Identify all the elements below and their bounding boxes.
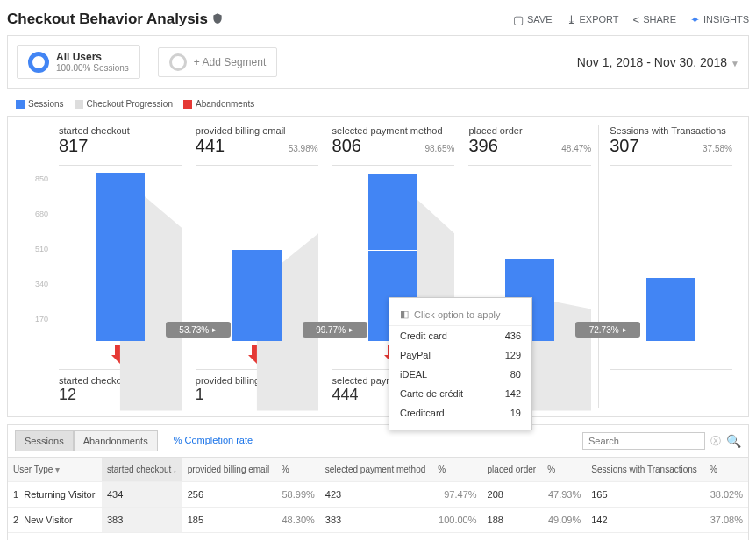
popover-option[interactable]: Credit card436 (389, 326, 531, 345)
insights-button[interactable]: ✦INSIGHTS (690, 13, 749, 26)
chevron-down-icon: ▼ (731, 59, 739, 68)
share-icon: < (633, 13, 640, 26)
col-payment[interactable]: selected payment method (320, 458, 432, 482)
share-button[interactable]: <SHARE (633, 13, 677, 26)
segment-all-users[interactable]: All Users 100.00% Sessions (17, 45, 140, 79)
col-pct[interactable]: % (276, 458, 320, 482)
svg-marker-3 (248, 345, 266, 364)
bar-chart-icon: ◧ (400, 309, 409, 320)
step-value: 817 (59, 136, 88, 156)
sort-down-icon: ↓ (173, 465, 177, 474)
insights-icon: ✦ (690, 13, 700, 26)
step-name: started checkout (59, 125, 182, 136)
col-pct[interactable]: % (432, 458, 481, 482)
col-pct[interactable]: % (704, 458, 748, 482)
clear-icon[interactable]: ⓧ (710, 434, 721, 449)
table-row[interactable]: 2 New Visitor 383 185 48.30% 383 100.00%… (8, 508, 748, 533)
popover-option[interactable]: PayPal129 (389, 345, 531, 365)
step-value: 307 (610, 136, 638, 156)
popover-option[interactable]: Creditcard19 (389, 403, 531, 423)
segment-label: All Users (56, 51, 129, 63)
step-value: 396 (468, 136, 497, 156)
add-segment-button[interactable]: + Add Segment (158, 47, 277, 77)
tab-completion-rate[interactable]: % Completion rate (165, 430, 262, 451)
save-button[interactable]: ▢SAVE (513, 13, 553, 26)
date-range-picker[interactable]: Nov 1, 2018 - Nov 30, 2018▼ (577, 55, 739, 69)
tab-sessions[interactable]: Sessions (15, 430, 74, 451)
payment-breakdown-popover: ◧Click option to apply Credit card436 Pa… (389, 297, 532, 430)
search-input[interactable] (582, 432, 705, 450)
popover-option[interactable]: Carte de crédit142 (389, 384, 531, 403)
bar-transactions[interactable] (646, 278, 695, 341)
bar-started-checkout[interactable] (96, 173, 145, 341)
col-user-type[interactable]: User Type ▾ (8, 458, 102, 482)
dropoff-value: 12 (59, 386, 76, 404)
y-axis: 850 680 510 340 170 (17, 174, 48, 350)
verified-icon (211, 12, 224, 27)
dropoff-name: provided billing email Drop... (196, 375, 318, 386)
dropoff-arrow-icon (59, 345, 182, 366)
dropoff-name: started checkout Dropoff (59, 375, 182, 386)
step-value: 441 (196, 136, 225, 156)
col-pct[interactable]: % (542, 458, 586, 482)
save-icon: ▢ (513, 13, 524, 26)
col-trans[interactable]: Sessions with Transactions (586, 458, 704, 482)
legend-sessions: Sessions (16, 99, 64, 109)
tab-abandonments[interactable]: Abandonments (74, 430, 158, 451)
col-started[interactable]: started checkout ↓ (102, 458, 182, 482)
legend-progression: Checkout Progression (75, 99, 173, 109)
segment-sub: 100.00% Sessions (56, 63, 129, 73)
dropoff-arrow-icon (196, 345, 318, 366)
bar-billing[interactable] (232, 250, 282, 341)
segment-circle-icon (28, 52, 49, 73)
step-value: 806 (332, 136, 361, 156)
search-icon[interactable]: 🔍 (726, 434, 741, 448)
add-circle-icon (169, 53, 187, 71)
dropoff-value: 444 (332, 386, 359, 404)
page-title: Checkout Behavior Analysis (7, 11, 208, 28)
legend-abandon: Abandonments (183, 99, 254, 109)
col-billing[interactable]: provided billing email (182, 458, 276, 482)
table-row[interactable]: 1 Returning Visitor 434 256 58.99% 423 9… (8, 482, 748, 508)
step-name: provided billing email (196, 125, 318, 136)
data-table: User Type ▾ started checkout ↓ provided … (8, 458, 748, 533)
svg-marker-1 (111, 345, 129, 364)
dropoff-value: 1 (196, 386, 204, 404)
download-icon: ⤓ (567, 13, 576, 26)
funnel-chart: 850 680 510 340 170 started checkout 817… (7, 116, 749, 417)
step-name: Sessions with Transactions (610, 125, 732, 136)
popover-option[interactable]: iDEAL80 (389, 365, 531, 384)
chevron-down-icon: ▾ (55, 465, 60, 474)
export-button[interactable]: ⤓EXPORT (567, 13, 619, 26)
step-name: placed order (468, 125, 591, 136)
step-name: selected payment method (332, 125, 455, 136)
col-placed[interactable]: placed order (482, 458, 543, 482)
